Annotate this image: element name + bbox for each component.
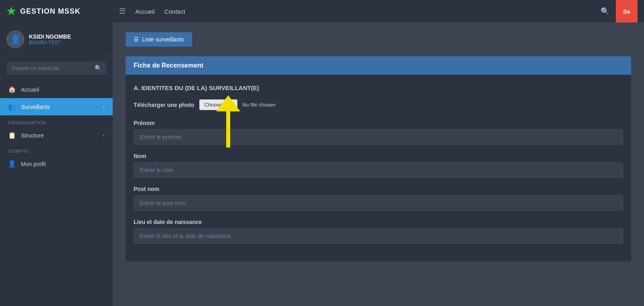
- sidebar-item-label: Accueil: [21, 86, 39, 93]
- avatar: 👤: [6, 31, 24, 48]
- list-surveillants-button[interactable]: ☰ Liste surveillants: [126, 32, 192, 47]
- nom-label: Nom: [134, 153, 623, 159]
- postnom-label: Post nom: [134, 186, 623, 192]
- sidebar: 👤 KSIDI NGOMBE BAGIRA TEST 🔍 🏠 Accueil 👥…: [0, 23, 113, 306]
- postnom-input[interactable]: [134, 195, 623, 211]
- search-icon[interactable]: 🔍: [594, 7, 616, 16]
- user-info: KSIDI NGOMBE BAGIRA TEST: [29, 33, 71, 45]
- postnom-field: Post nom: [134, 186, 623, 211]
- home-icon: 🏠: [8, 86, 16, 93]
- se-button[interactable]: Se: [616, 0, 638, 23]
- chevron-icon: ‹: [103, 104, 105, 110]
- users-icon: 👥: [8, 103, 16, 111]
- sidebar-user-section: 👤 KSIDI NGOMBE BAGIRA TEST: [0, 23, 113, 55]
- user-org[interactable]: BAGIRA TEST: [29, 40, 71, 45]
- naissance-label: Lieu et date de naissance: [134, 219, 623, 225]
- sidebar-item-surveillants[interactable]: 👥 Surveillants ‹: [0, 98, 113, 115]
- star-icon: ★: [6, 5, 16, 18]
- sidebar-item-profil[interactable]: 👤 Mon profil: [0, 155, 113, 173]
- app-logo: ★ GESTION MSSK: [6, 5, 119, 18]
- sidebar-item-label: Structure: [21, 132, 44, 139]
- prenom-label: Prénom: [134, 120, 623, 126]
- section-label-organisation: ORGANISATION: [0, 115, 113, 127]
- sidebar-item-label: Surveillants: [21, 104, 50, 110]
- sidebar-item-label: Mon profil: [21, 161, 45, 167]
- form-title: Fiche de Recensement: [134, 62, 203, 69]
- hamburger-icon[interactable]: ☰: [119, 7, 126, 16]
- sidebar-nav: 🏠 Accueil 👥 Surveillants ‹ ORGANISATION …: [0, 81, 113, 176]
- search-button[interactable]: 🔍: [90, 62, 106, 74]
- nav-links: ☰ Accueil Contact: [119, 7, 594, 16]
- sidebar-search: 🔍: [6, 62, 106, 74]
- prenom-field: Prénom: [134, 120, 623, 145]
- sidebar-item-accueil[interactable]: 🏠 Accueil: [0, 81, 113, 98]
- choose-file-button[interactable]: Choose File: [199, 99, 237, 110]
- naissance-input[interactable]: [134, 228, 623, 244]
- username: KSIDI NGOMBE: [29, 33, 71, 40]
- nom-input[interactable]: [134, 162, 623, 178]
- structure-icon: 📋: [8, 131, 16, 139]
- top-navigation: ★ GESTION MSSK ☰ Accueil Contact 🔍 Se: [0, 0, 644, 23]
- no-file-text: No file chosen: [242, 102, 275, 108]
- photo-label: Télécharger une photo: [134, 102, 194, 108]
- section-a-title: A. IDENTITES DU (DE LA) SURVEILLANT(E): [134, 84, 623, 91]
- list-button-label: Liste surveillants: [142, 36, 184, 43]
- matricule-search-input[interactable]: [6, 62, 90, 74]
- form-card: Fiche de Recensement A. IDENTITES DU (DE…: [126, 56, 631, 261]
- app-title: GESTION MSSK: [20, 7, 80, 16]
- photo-upload-section: Télécharger une photo Choose File No fil…: [134, 99, 623, 110]
- prenom-input[interactable]: [134, 129, 623, 145]
- sidebar-item-structure[interactable]: 📋 Structure ‹: [0, 127, 113, 144]
- nav-contact[interactable]: Contact: [164, 8, 185, 15]
- topnav-right: 🔍 Se: [594, 0, 638, 23]
- form-card-body: A. IDENTITES DU (DE LA) SURVEILLANT(E) T…: [126, 75, 631, 261]
- profile-icon: 👤: [8, 160, 16, 168]
- section-label-compte: COMPTE: [0, 144, 113, 155]
- nom-field: Nom: [134, 153, 623, 178]
- main-content: ☰ Liste surveillants Fiche de Recensemen…: [113, 23, 644, 306]
- photo-upload-row: Télécharger une photo Choose File No fil…: [134, 99, 623, 110]
- list-icon: ☰: [134, 36, 139, 43]
- form-card-header: Fiche de Recensement: [126, 56, 631, 75]
- chevron-icon: ‹: [103, 133, 105, 138]
- app-layout: 👤 KSIDI NGOMBE BAGIRA TEST 🔍 🏠 Accueil 👥…: [0, 23, 644, 306]
- nav-accueil[interactable]: Accueil: [135, 8, 155, 15]
- naissance-field: Lieu et date de naissance: [134, 219, 623, 244]
